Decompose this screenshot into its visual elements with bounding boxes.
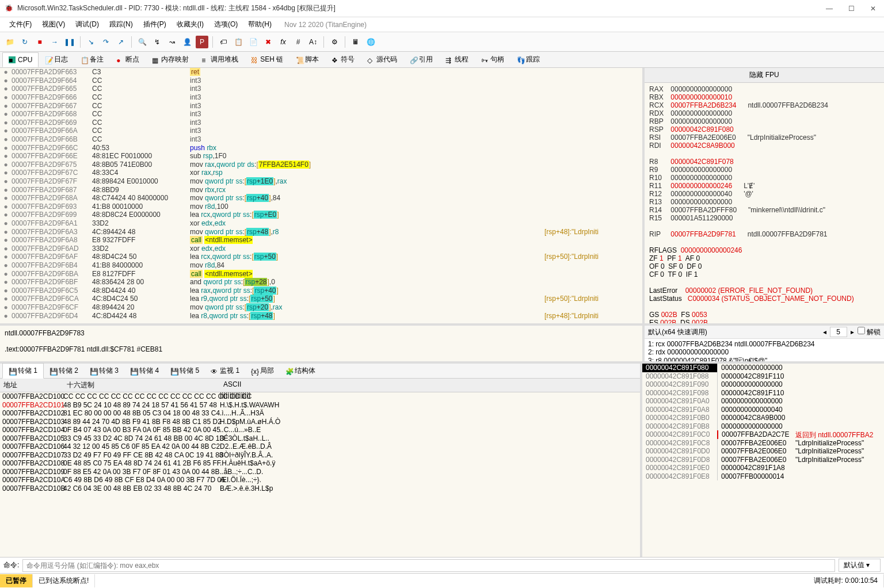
disasm-row[interactable]: ●00007FFBA2D9F66BCCint3	[0, 135, 642, 144]
run-icon[interactable]: →	[48, 36, 61, 48]
fx-icon[interactable]: fx	[277, 36, 289, 48]
comment-icon[interactable]: 🏷	[217, 36, 230, 48]
register-line[interactable]: ZF 1 PF 1 AF 0	[649, 254, 879, 262]
register-line[interactable]	[649, 222, 879, 230]
stack-row[interactable]: 00000042C891F0C800007FFBA2E006E0"LdrpIni…	[642, 439, 884, 448]
disasm-row[interactable]: ●00007FFBA2D9F6CF48:894424 20mov qword p…	[0, 303, 642, 312]
arg-line[interactable]: 2: rdx 0000000000000000	[648, 348, 881, 356]
stack-row[interactable]: 00000042C891F0B000000042C8A9B000	[642, 414, 884, 422]
register-line[interactable]: LastStatus C0000034 (STATUS_OBJECT_NAME_…	[649, 295, 879, 303]
menu-trace[interactable]: 跟踪(N)	[105, 18, 138, 31]
dump-row[interactable]: 00007FFBA2CD1080E 48 85 C0 75 EA 48 8D 7…	[0, 459, 640, 468]
tab-notes[interactable]: 📋备注	[74, 51, 110, 68]
tab-seh[interactable]: ⛓SEH 链	[245, 51, 289, 68]
register-line[interactable]	[649, 303, 879, 311]
menu-debug[interactable]: 调试(D)	[71, 18, 104, 31]
disasm-row[interactable]: ●00007FFBA2D9F6A34C:894424 48mov qword p…	[0, 227, 642, 236]
tab-watch[interactable]: 👁监视 1	[205, 364, 245, 378]
stack-row[interactable]: 00000042C891F0A80000000000000040	[642, 406, 884, 414]
disassembly-view[interactable]: ●00007FFBA2D9F663C3ret●00007FFBA2D9F664C…	[0, 68, 642, 323]
stack-row[interactable]: 00000042C891F08800000042C891F110	[642, 372, 884, 381]
tab-references[interactable]: 🔗引用	[403, 51, 439, 68]
tab-dump1[interactable]: 💾转储 1	[2, 363, 44, 379]
arg-count-input[interactable]	[830, 327, 847, 337]
dump-row[interactable]: 00007FFBA2CD1090F 88 E5 42 0A 00 3B F7 0…	[0, 468, 640, 476]
maximize-button[interactable]: ☐	[847, 5, 855, 13]
register-line[interactable]	[649, 150, 879, 158]
dump-row[interactable]: 00007FFBA2CD1040F B4 07 43 0A 00 B3 FA 0…	[0, 426, 640, 434]
disasm-row[interactable]: ●00007FFBA2D9F69948:8D8C24 E0000000lea r…	[0, 211, 642, 219]
register-line[interactable]: ES 002B DS 002B	[649, 319, 879, 323]
settings-icon[interactable]: ⚙	[328, 36, 341, 48]
register-line[interactable]: RIP 00007FFBA2D9F781ntdll.00007FFBA2D9F7…	[649, 230, 879, 238]
register-line[interactable]: R15 000001A511290000	[649, 214, 879, 222]
disasm-row[interactable]: ●00007FFBA2D9F665CCint3	[0, 85, 642, 93]
tilret-icon[interactable]: 👤	[181, 36, 193, 48]
stack-row[interactable]: 00000042C891F09800000042C891F110	[642, 389, 884, 398]
stop-icon[interactable]: ■	[33, 36, 46, 48]
dump-row[interactable]: 00007FFBA2CD10AC6 49 8B D6 49 8B CF E8 D…	[0, 476, 640, 484]
stepover-icon[interactable]: ↷	[100, 36, 112, 48]
register-line[interactable]: RDX 0000000000000000	[649, 109, 879, 117]
disasm-row[interactable]: ●00007FFBA2D9F6D44C:8D4424 48lea r8,qwor…	[0, 311, 642, 320]
stack-row[interactable]: 00000042C891F0900000000000000000	[642, 380, 884, 389]
disasm-row[interactable]: ●00007FFBA2D9F68A48:C74424 40 84000000mo…	[0, 194, 642, 203]
register-line[interactable]: GS 002B FS 0053	[649, 311, 879, 319]
disasm-row[interactable]: ●00007FFBA2D9F669CCint3	[0, 119, 642, 127]
tab-memmap[interactable]: ▦内存映射	[146, 51, 195, 68]
dump-view[interactable]: 00007FFBA2CD100CC CC CC CC CC CC CC CC C…	[0, 392, 640, 557]
disasm-row[interactable]: ●00007FFBA2D9F66C40:53push rbx	[0, 143, 642, 152]
bookmark-icon[interactable]: 📄	[247, 36, 260, 48]
register-line[interactable]: RBX 0000000000000010	[649, 93, 879, 101]
close-button[interactable]: ✕	[869, 5, 877, 13]
stack-view[interactable]: 00000042C891F080000000000000000000000042…	[642, 364, 884, 557]
stack-row[interactable]: 00000042C891F0D000007FFBA2E006E0"LdrpIni…	[642, 447, 884, 456]
menu-view[interactable]: 视图(V)	[37, 18, 70, 31]
disasm-row[interactable]: ●00007FFBA2D9F6B441:B8 84000000mov r8d,8…	[0, 261, 642, 270]
tab-breakpoints[interactable]: ●断点	[110, 51, 146, 68]
arg-line[interactable]: 1: rcx 00007FFBA2D6B234 ntdll.00007FFBA2…	[648, 340, 881, 348]
arg-spin-left[interactable]: ◂	[823, 328, 826, 336]
patches-icon[interactable]: P	[196, 36, 208, 48]
dump-row[interactable]: 00007FFBA2CD10533 C9 45 33 D2 4C 8D 74 2…	[0, 434, 640, 443]
disasm-row[interactable]: ●00007FFBA2D9F6C548:8D4424 40lea rax,qwo…	[0, 286, 642, 295]
dump-row[interactable]: 00007FFBA2CD10B42 C6 04 3E 00 48 8B EB 0…	[0, 484, 640, 493]
disasm-row[interactable]: ●00007FFBA2D9F6AF48:8D4C24 50lea rcx,qwo…	[0, 253, 642, 261]
tab-dump3[interactable]: 💾转储 3	[84, 364, 124, 378]
register-line[interactable]: R12 0000000000000040'@'	[649, 190, 879, 198]
stack-row[interactable]: 00000042C891F0A00000000000000000	[642, 397, 884, 406]
disasm-row[interactable]: ●00007FFBA2D9F668CCint3	[0, 110, 642, 119]
calc-icon[interactable]: 🖩	[349, 36, 362, 48]
pause-icon[interactable]: ❚❚	[63, 36, 76, 48]
command-mode-dropdown[interactable]: 默认值 ▾	[839, 559, 881, 572]
register-line[interactable]: RFLAGS 0000000000000246	[649, 246, 879, 254]
dump-row[interactable]: 00007FFBA2CD10733 D2 49 F7 F0 49 FF CE 8…	[0, 451, 640, 460]
disasm-row[interactable]: ●00007FFBA2D9F68748:8BD9mov rbx,rcx	[0, 185, 642, 194]
disasm-row[interactable]: ●00007FFBA2D9F67548:8B05 741E0B00mov rax…	[0, 161, 642, 169]
stack-row[interactable]: 00000042C891F0800000000000000000	[642, 364, 884, 372]
label-icon[interactable]: 📋	[232, 36, 245, 48]
traceover-icon[interactable]: ↝	[166, 36, 178, 48]
tab-cpu[interactable]: ■CPU	[2, 52, 39, 67]
tracein-icon[interactable]: ↯	[151, 36, 163, 48]
unlock-checkbox[interactable]: 解锁	[858, 327, 881, 337]
arg-spin-right[interactable]: ▸	[851, 328, 854, 336]
stack-row[interactable]: 00000042C891F0B80000000000000000	[642, 422, 884, 431]
tab-dump5[interactable]: 💾转储 5	[165, 364, 205, 378]
disasm-row[interactable]: ●00007FFBA2D9F664CCint3	[0, 77, 642, 85]
register-line[interactable]: R10 0000000000000000	[649, 174, 879, 182]
register-line[interactable]: R14 00007FFBA2DFFF80"minkernel\\ntdll\\l…	[649, 206, 879, 214]
menu-file[interactable]: 文件(F)	[5, 18, 36, 31]
restart-icon[interactable]: ↻	[18, 36, 31, 48]
menu-plugins[interactable]: 插件(P)	[139, 18, 171, 31]
disasm-row[interactable]: ●00007FFBA2D9F69341:B8 00010000mov r8d,1…	[0, 203, 642, 211]
disasm-row[interactable]: ●00007FFBA2D9F663C3ret	[0, 68, 642, 77]
arg-line[interactable]: 3: r8 00000042C891F078 &"呍\n€|$@"	[648, 356, 881, 361]
tab-log[interactable]: 📝日志	[39, 51, 74, 68]
disasm-row[interactable]: ●00007FFBA2D9F67C48:33C4xor rax,rsp	[0, 169, 642, 177]
open-icon[interactable]: 📁	[3, 36, 16, 48]
tab-threads[interactable]: ⇶线程	[439, 51, 475, 68]
tab-trace[interactable]: 👣跟踪	[510, 51, 546, 68]
disasm-row[interactable]: ●00007FFBA2D9F6AD33D2xor edx,edx	[0, 244, 642, 253]
trace-icon[interactable]: 🔍	[136, 36, 148, 48]
